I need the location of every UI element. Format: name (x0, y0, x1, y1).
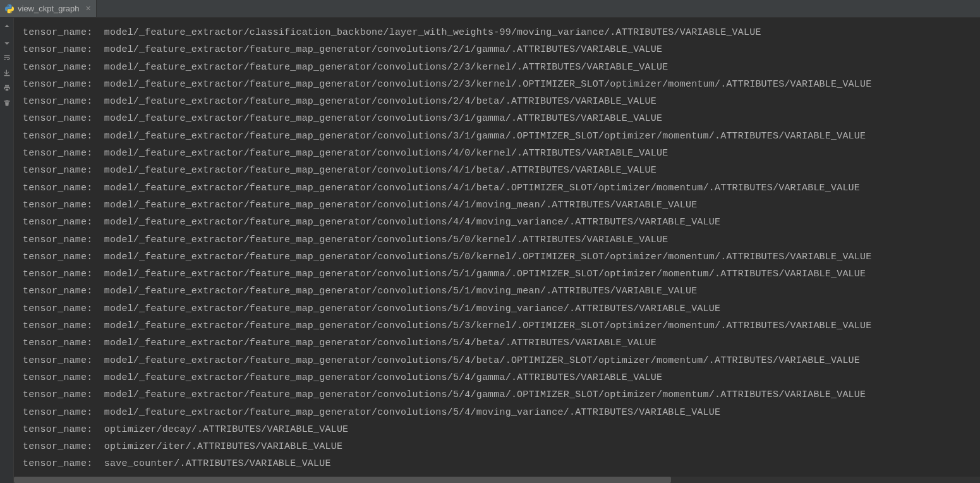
arrow-up-icon[interactable] (3, 23, 11, 32)
output-line: tensor_name: model/_feature_extractor/fe… (23, 266, 980, 283)
trash-icon[interactable] (3, 99, 11, 107)
output-line: tensor_name: optimizer/iter/.ATTRIBUTES/… (23, 438, 980, 455)
output-line: tensor_name: model/_feature_extractor/fe… (23, 231, 980, 248)
python-icon (5, 4, 14, 13)
output-line: tensor_name: optimizer/decay/.ATTRIBUTES… (23, 421, 980, 438)
output-line: tensor_name: model/_feature_extractor/fe… (23, 317, 980, 334)
output-line: tensor_name: model/_feature_extractor/fe… (23, 197, 980, 214)
wrap-icon[interactable] (3, 53, 11, 62)
arrow-down-icon[interactable] (3, 38, 11, 47)
tab-label: view_ckpt_graph (18, 4, 80, 13)
output-line: tensor_name: save_counter/.ATTRIBUTES/VA… (23, 455, 980, 472)
output-line: tensor_name: model/_feature_extractor/fe… (23, 248, 980, 266)
horizontal-scrollbar[interactable] (14, 477, 980, 483)
close-icon[interactable]: × (86, 4, 91, 13)
output-line: tensor_name: model/_feature_extractor/fe… (23, 110, 980, 127)
output-line: tensor_name: model/_feature_extractor/fe… (23, 386, 980, 403)
output-line: tensor_name: model/_feature_extractor/fe… (23, 283, 980, 300)
output-line: tensor_name: model/_feature_extractor/fe… (23, 76, 980, 93)
editor-output[interactable]: tensor_name: model/_feature_extractor/cl… (14, 18, 980, 483)
output-line: tensor_name: model/_feature_extractor/fe… (23, 214, 980, 231)
output-line: tensor_name: model/_feature_extractor/fe… (23, 369, 980, 386)
tab-view-ckpt-graph[interactable]: view_ckpt_graph × (0, 0, 97, 17)
output-line: tensor_name: model/_feature_extractor/fe… (23, 128, 980, 145)
output-line: tensor_name: model/_feature_extractor/fe… (23, 404, 980, 421)
tab-bar: view_ckpt_graph × (0, 0, 980, 18)
gutter (0, 18, 14, 483)
output-line: tensor_name: model/_feature_extractor/fe… (23, 145, 980, 162)
print-icon[interactable] (3, 83, 11, 92)
output-line: tensor_name: model/_feature_extractor/cl… (23, 24, 980, 41)
content-area: tensor_name: model/_feature_extractor/cl… (0, 18, 980, 483)
scrollbar-thumb[interactable] (14, 477, 671, 483)
output-line: tensor_name: model/_feature_extractor/fe… (23, 162, 980, 179)
output-line: tensor_name: model/_feature_extractor/fe… (23, 180, 980, 197)
output-line: tensor_name: model/_feature_extractor/fe… (23, 93, 980, 110)
output-line: tensor_name: model/_feature_extractor/fe… (23, 59, 980, 76)
output-line: tensor_name: model/_feature_extractor/fe… (23, 334, 980, 352)
output-line: tensor_name: model/_feature_extractor/fe… (23, 352, 980, 369)
output-line: tensor_name: model/_feature_extractor/fe… (23, 41, 980, 58)
download-icon[interactable] (3, 68, 11, 77)
output-line: tensor_name: model/_feature_extractor/fe… (23, 300, 980, 317)
